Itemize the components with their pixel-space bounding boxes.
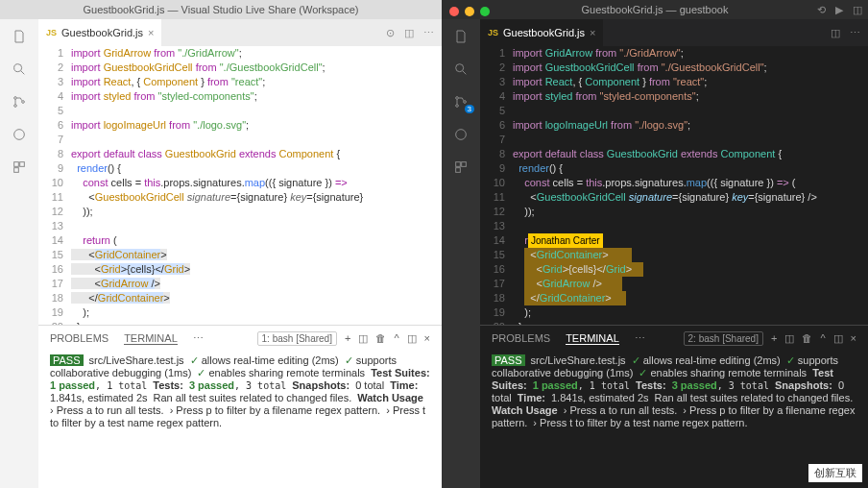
extensions-icon[interactable] [451, 158, 470, 177]
layout-icon[interactable]: ◫ [407, 332, 417, 345]
svg-rect-15 [456, 168, 461, 173]
terminal-selector[interactable]: 1: bash [Shared] [257, 331, 337, 346]
code-editor[interactable]: import GridArrow from "./GridArrow"; imp… [71, 46, 403, 325]
svg-rect-14 [462, 162, 467, 167]
svg-rect-6 [20, 162, 25, 167]
activity-bar [0, 19, 38, 488]
minimap[interactable] [403, 46, 442, 325]
more-icon[interactable]: ⋯ [635, 332, 645, 345]
maximize-icon[interactable]: ^ [820, 332, 825, 344]
editor-actions: ⊙ ◫ ⋯ [386, 27, 442, 39]
more-icon[interactable]: ⋯ [423, 27, 434, 39]
svg-point-8 [456, 64, 464, 72]
tab-label: GuestbookGrid.js [503, 27, 585, 38]
terminal-selector[interactable]: 2: bash [Shared] [684, 331, 763, 346]
split-icon[interactable]: ◫ [404, 27, 414, 39]
scm-icon[interactable] [10, 92, 29, 111]
maximize-icon[interactable]: ^ [394, 332, 398, 344]
more-icon[interactable]: ⋯ [193, 332, 204, 345]
editor-tab[interactable]: JS GuestbookGrid.js × [38, 19, 161, 46]
debug-icon[interactable] [451, 125, 470, 144]
window-title-left: GuestbookGrid.js — Visual Studio Live Sh… [0, 0, 442, 19]
line-numbers: 12345678910111213141516171819202122 [480, 46, 513, 325]
rewind-icon[interactable]: ⟲ [817, 4, 826, 16]
extensions-icon[interactable] [10, 158, 29, 177]
search-icon[interactable] [451, 60, 470, 79]
play-icon[interactable]: ▶ [835, 4, 843, 16]
zoom-window-icon[interactable] [480, 7, 490, 16]
more-icon[interactable]: ⋯ [850, 27, 860, 39]
svg-point-10 [456, 105, 459, 108]
scm-icon[interactable] [451, 92, 470, 111]
live-share-cursor: Jonathan Carter [528, 233, 603, 248]
editor-tab[interactable]: JS GuestbookGrid.js × [480, 19, 603, 46]
svg-point-12 [456, 130, 467, 140]
svg-point-0 [14, 64, 22, 72]
add-terminal-icon[interactable]: + [771, 332, 777, 344]
files-icon[interactable] [10, 27, 29, 46]
close-panel-icon[interactable]: × [424, 332, 430, 344]
close-icon[interactable]: × [590, 27, 595, 38]
js-icon: JS [488, 28, 498, 37]
tab-problems[interactable]: PROBLEMS [492, 332, 550, 344]
pin-icon[interactable]: ⊙ [386, 27, 395, 39]
editor-actions: ◫ ⋯ [831, 27, 868, 39]
layout-icon[interactable]: ◫ [833, 332, 843, 345]
js-icon: JS [46, 28, 57, 37]
split-terminal-icon[interactable]: ◫ [784, 332, 794, 345]
close-icon[interactable]: × [148, 27, 154, 38]
add-terminal-icon[interactable]: + [345, 332, 350, 344]
close-panel-icon[interactable]: × [851, 332, 856, 344]
layout-icon[interactable]: ◫ [853, 4, 862, 16]
terminal-output[interactable]: PASS src/LiveShare.test.js ✓ allows real… [38, 351, 442, 488]
svg-point-2 [14, 105, 17, 108]
watermark: 创新互联 [808, 464, 862, 482]
svg-point-1 [14, 97, 17, 100]
svg-point-11 [464, 101, 467, 104]
tab-terminal[interactable]: TERMINAL [124, 332, 178, 345]
svg-rect-13 [456, 162, 461, 167]
code-editor[interactable]: import GridArrow from "./GridArrow"; imp… [513, 46, 868, 325]
close-window-icon[interactable] [449, 7, 459, 16]
split-terminal-icon[interactable]: ◫ [358, 332, 368, 345]
search-icon[interactable] [10, 60, 29, 79]
debug-icon[interactable] [10, 125, 29, 144]
trash-icon[interactable]: 🗑 [802, 332, 812, 344]
tab-label: GuestbookGrid.js [61, 27, 143, 38]
svg-point-3 [22, 101, 25, 104]
tab-problems[interactable]: PROBLEMS [50, 332, 108, 344]
tab-terminal[interactable]: TERMINAL [566, 332, 619, 345]
activity-bar [442, 19, 480, 488]
minimize-window-icon[interactable] [465, 7, 474, 16]
svg-point-9 [456, 97, 459, 100]
files-icon[interactable] [451, 27, 470, 46]
svg-point-4 [14, 130, 25, 140]
trash-icon[interactable]: 🗑 [375, 332, 386, 344]
svg-rect-7 [14, 168, 19, 173]
svg-rect-5 [14, 162, 19, 167]
window-title-right: GuestbookGrid.js — guestbook ⟲ ▶ ◫ [442, 0, 868, 19]
split-icon[interactable]: ◫ [831, 27, 840, 39]
line-numbers: 12345678910111213141516171819202122 [38, 46, 71, 325]
